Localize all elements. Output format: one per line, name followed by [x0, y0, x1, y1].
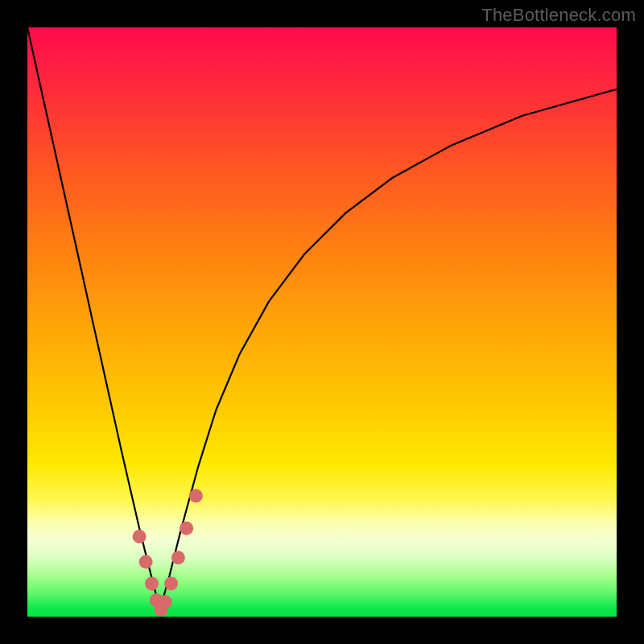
plot-area	[27, 27, 617, 617]
watermark-text: TheBottleneck.com	[481, 5, 636, 26]
marker-dot	[180, 522, 193, 535]
marker-dot	[189, 489, 203, 502]
curve-svg	[27, 27, 617, 617]
marker-dot	[133, 530, 147, 543]
marker-dot	[145, 577, 159, 591]
marker-dot	[164, 577, 178, 591]
main-curve	[27, 27, 617, 609]
marker-dot	[139, 555, 153, 568]
marker-dot	[159, 595, 172, 609]
outer-frame: TheBottleneck.com	[0, 0, 644, 644]
marker-dot	[171, 551, 185, 564]
